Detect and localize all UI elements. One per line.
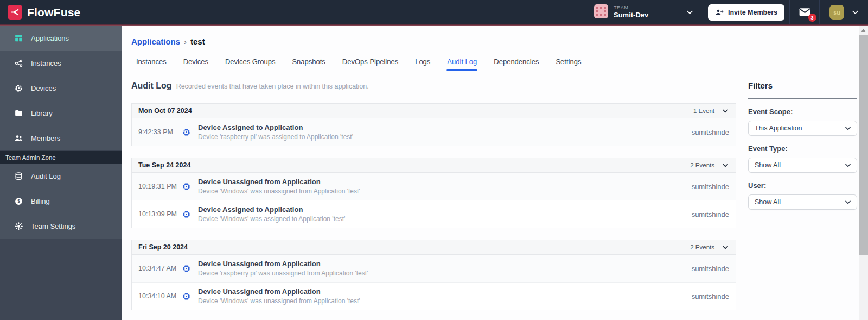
event-description: Device 'raspberry pi' was unassigned fro… xyxy=(198,269,692,277)
svg-text:$: $ xyxy=(17,199,20,204)
filter-select-value: This Application xyxy=(755,124,802,132)
tab-settings[interactable]: Settings xyxy=(555,54,582,71)
chevron-down-icon[interactable] xyxy=(722,161,729,169)
audit-log-column: Audit Log Recorded events that have take… xyxy=(131,81,736,320)
device-chip-icon xyxy=(182,182,191,191)
sidebar-item-applications[interactable]: Applications xyxy=(0,26,122,51)
chevron-down-icon xyxy=(844,124,852,132)
sidebar-item-billing[interactable]: $ Billing xyxy=(0,189,122,214)
database-icon xyxy=(14,172,23,181)
users-icon xyxy=(14,134,23,143)
chevron-down-icon xyxy=(844,198,852,206)
brand[interactable]: FlowFuse xyxy=(0,0,80,24)
event-title: Device Unassigned from Application xyxy=(198,178,692,186)
event-text: Device Assigned to Application Device 'r… xyxy=(198,123,692,141)
team-selector[interactable]: TEAM: Sumit-Dev xyxy=(585,0,703,24)
tab-devices-groups[interactable]: Devices Groups xyxy=(225,54,276,71)
page-subtitle: Recorded events that have taken place in… xyxy=(176,83,369,90)
event-title: Device Unassigned from Application xyxy=(198,287,692,296)
event-user: sumitshinde xyxy=(692,292,729,300)
user-plus-icon xyxy=(715,8,724,17)
audit-event-row: 10:13:09 PM Device Assigned to Applicati… xyxy=(132,200,736,228)
date-group-header[interactable]: Fri Sep 20 2024 2 Events xyxy=(132,240,736,255)
event-text: Device Assigned to Application Device 'W… xyxy=(198,205,692,223)
chevron-down-icon[interactable] xyxy=(722,107,729,115)
sidebar-item-devices[interactable]: Devices xyxy=(0,76,122,101)
tab-bar: InstancesDevicesDevices GroupsSnapshotsD… xyxy=(131,54,857,71)
invite-members-button[interactable]: Invite Members xyxy=(708,4,784,21)
sidebar-item-library[interactable]: Library xyxy=(0,101,122,126)
event-time: 10:34:10 AM xyxy=(138,292,181,300)
audit-log-list: Mon Oct 07 2024 1 Event 9:42:33 PM Devic… xyxy=(131,98,736,310)
scrollbar-up-arrow[interactable] xyxy=(859,26,868,35)
section-header: Audit Log Recorded events that have take… xyxy=(131,81,736,91)
group-date: Mon Oct 07 2024 xyxy=(138,107,192,115)
sidebar-filler xyxy=(0,239,122,320)
main-content: Applications › test InstancesDevicesDevi… xyxy=(122,26,868,320)
sidebar-nav: Applications Instances Devices Library M… xyxy=(0,26,122,320)
sidebar-item-audit-log[interactable]: Audit Log xyxy=(0,164,122,189)
event-time: 10:19:31 PM xyxy=(138,183,181,190)
event-description: Device 'raspberry pi' was assigned to Ap… xyxy=(198,133,692,141)
filter-select-user-[interactable]: Show All xyxy=(748,194,857,210)
filter-select-event-type-[interactable]: Show All xyxy=(748,158,857,173)
filter-field: User: Show All xyxy=(748,181,857,210)
event-description: Device 'Windows' was unassigned from App… xyxy=(198,187,692,195)
sidebar-item-instances[interactable]: Instances xyxy=(0,51,122,76)
mail-icon[interactable]: 3 xyxy=(798,5,812,19)
tab-snapshots[interactable]: Snapshots xyxy=(291,54,326,71)
team-meta: TEAM: Sumit-Dev xyxy=(614,5,648,20)
dollar-icon: $ xyxy=(14,197,23,206)
filter-field: Event Scope: This Application xyxy=(748,108,857,136)
filters-panel: Filters Event Scope: This Application Ev… xyxy=(748,81,857,320)
tab-instances[interactable]: Instances xyxy=(136,54,167,71)
audit-date-group: Tue Sep 24 2024 2 Events 10:19:31 PM Dev… xyxy=(131,158,736,228)
flowfuse-app: FlowFuse TEAM: Sumit-Dev xyxy=(0,0,868,320)
sidebar-item-members[interactable]: Members xyxy=(0,126,122,151)
header-actions: TEAM: Sumit-Dev Invite Members xyxy=(585,0,868,24)
tab-devices[interactable]: Devices xyxy=(183,54,209,71)
applications-icon xyxy=(14,34,23,43)
event-text: Device Unassigned from Application Devic… xyxy=(198,287,692,305)
tab-audit-log[interactable]: Audit Log xyxy=(446,54,477,71)
chevron-down-icon[interactable] xyxy=(722,243,729,251)
filter-label: Event Scope: xyxy=(748,108,857,116)
audit-event-row: 9:42:33 PM Device Assigned to Applicatio… xyxy=(132,118,736,146)
event-description: Device 'Windows' was assigned to Applica… xyxy=(198,215,692,223)
sidebar-item-team-settings[interactable]: Team Settings xyxy=(0,214,122,239)
filter-select-value: Show All xyxy=(755,198,781,206)
scrollbar-thumb[interactable] xyxy=(859,35,868,255)
invite-section: Invite Members xyxy=(703,0,789,24)
top-header: FlowFuse TEAM: Sumit-Dev xyxy=(0,0,868,24)
date-group-header[interactable]: Tue Sep 24 2024 2 Events xyxy=(132,158,736,173)
group-event-count: 2 Events xyxy=(690,162,714,168)
event-time: 10:13:09 PM xyxy=(138,210,181,218)
chevron-down-icon[interactable] xyxy=(851,8,859,16)
date-group-header[interactable]: Mon Oct 07 2024 1 Event xyxy=(132,104,736,118)
breadcrumb-separator: › xyxy=(184,37,187,46)
sidebar-item-label: Applications xyxy=(31,34,69,42)
sidebar-item-label: Billing xyxy=(31,197,50,205)
filters-divider xyxy=(748,98,857,99)
tab-devops-pipelines[interactable]: DevOps Pipelines xyxy=(342,54,399,71)
event-time: 9:42:33 PM xyxy=(138,128,181,136)
filters-fields: Event Scope: This Application Event Type… xyxy=(748,108,857,210)
event-title: Device Assigned to Application xyxy=(198,123,692,131)
team-admin-zone-label: Team Admin Zone xyxy=(0,151,122,164)
user-menu: su xyxy=(820,0,868,24)
audit-date-group: Mon Oct 07 2024 1 Event 9:42:33 PM Devic… xyxy=(131,103,736,146)
tab-dependencies[interactable]: Dependencies xyxy=(493,54,539,71)
event-time: 10:34:47 AM xyxy=(138,265,181,272)
tab-logs[interactable]: Logs xyxy=(414,54,431,71)
content-columns: Audit Log Recorded events that have take… xyxy=(131,81,857,320)
device-chip-icon xyxy=(182,264,191,273)
avatar[interactable]: su xyxy=(829,5,844,20)
flowfuse-logo-icon xyxy=(8,5,22,20)
chevron-down-icon xyxy=(686,8,694,16)
filter-select-event-scope-[interactable]: This Application xyxy=(748,121,857,136)
group-date: Tue Sep 24 2024 xyxy=(138,161,190,169)
breadcrumb-applications-link[interactable]: Applications xyxy=(131,37,180,46)
filter-field: Event Type: Show All xyxy=(748,145,857,173)
device-chip-icon xyxy=(182,128,191,137)
audit-event-row: 10:34:10 AM Device Unassigned from Appli… xyxy=(132,283,736,310)
